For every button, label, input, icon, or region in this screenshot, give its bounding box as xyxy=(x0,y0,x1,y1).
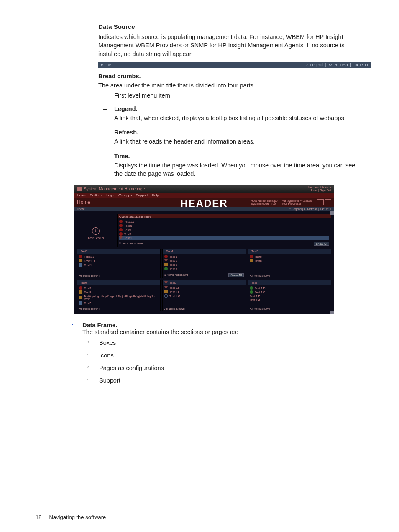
card-header-label: Test4 xyxy=(166,250,173,253)
card-body: Test 1.DTest 1.CTest 1.BTest 1.A xyxy=(248,285,331,306)
menu-item[interactable]: Home xyxy=(77,193,86,197)
item-label: Refresh. xyxy=(114,129,138,136)
data-frame-items: Boxes Icons Pages as configurations Supp… xyxy=(82,339,363,384)
status-item[interactable]: Test8 g/dhg dfh gdf hgjedj fhgjedfh gkdh… xyxy=(79,294,159,301)
x-icon xyxy=(119,232,123,236)
card-footer-text: 3 items not shown xyxy=(164,273,188,277)
divider: | xyxy=(325,63,326,67)
breadcrumbs-intro: The area under the main title that is di… xyxy=(98,81,363,90)
show-all-button[interactable]: Show All xyxy=(228,273,244,277)
user-links[interactable]: Home | Sign Out xyxy=(307,189,331,192)
card-footer-text: All items shown xyxy=(164,307,185,310)
card-body: Test8Test8 xyxy=(248,254,331,273)
menu-item[interactable]: Help xyxy=(152,193,159,197)
card-header[interactable]: Test2 xyxy=(163,280,246,285)
menu-item[interactable]: Webapps xyxy=(118,193,132,197)
status-item[interactable]: Test 8 xyxy=(164,254,244,259)
status-item[interactable]: Test8 xyxy=(250,259,329,263)
list-item: Support xyxy=(82,377,363,384)
status-item[interactable]: Test 1.J xyxy=(119,219,329,224)
card-header-label: Test5 xyxy=(251,250,258,253)
view-icon[interactable] xyxy=(325,199,331,205)
item-desc: Displays the time the page was loaded. W… xyxy=(114,161,363,178)
data-frame-intro: The standard container contains the sect… xyxy=(82,329,363,335)
status-item[interactable]: Test 1.C xyxy=(250,290,329,294)
content-column: Data Source Indicates which source is po… xyxy=(98,23,363,384)
crumb-legend[interactable]: Legend xyxy=(292,208,302,211)
status-item[interactable]: Test8 xyxy=(79,290,159,294)
status-item[interactable]: Test 1.H xyxy=(79,259,159,263)
status-item[interactable]: Test 1.D xyxy=(250,286,329,290)
host-key: Host Name xyxy=(251,199,266,202)
breadcrumb-bar-image: Home ? Legend | ↻ Refresh | 14:17:11 xyxy=(98,62,371,68)
status-item[interactable]: Test 1 xyxy=(164,259,244,262)
status-item-label: Test 1.I xyxy=(84,264,94,267)
tri-icon xyxy=(164,286,168,289)
status-item[interactable]: Test 1.A xyxy=(250,298,329,302)
app-menubar: Home Settings Logs Webapps Support Help xyxy=(74,193,334,198)
status-item-label: Test 1.E xyxy=(169,290,180,293)
card-header[interactable]: Test5 xyxy=(248,249,331,254)
status-card: TestTest 1.DTest 1.CTest 1.BTest 1.AAll … xyxy=(248,280,331,311)
card-body: Test 8Test 1Test 6Test X xyxy=(163,254,246,272)
status-item-label: Test 1 xyxy=(169,259,177,262)
status-item-label: Test 1.F xyxy=(124,236,135,239)
status-item[interactable]: Test 1.E xyxy=(164,290,244,294)
x-icon xyxy=(119,224,123,227)
chk-icon xyxy=(250,290,253,294)
crumb-time: 14:17:11 xyxy=(320,208,331,211)
breadcrumb-legend: Legend xyxy=(310,63,323,67)
status-item[interactable]: Test8 xyxy=(79,286,159,290)
scroll-up-icon[interactable] xyxy=(330,211,334,215)
status-item[interactable]: Test 1.F xyxy=(119,236,329,240)
list-item: Icons xyxy=(82,352,363,359)
breadcrumbs-heading: Bread crumbs. xyxy=(98,73,141,80)
sq-icon xyxy=(79,301,82,305)
x-icon xyxy=(119,228,123,231)
status-item[interactable]: Test8 xyxy=(119,228,329,232)
status-item-label: Test8 g/dhg dfh gdf hgjedj fhgjedfh gkdh… xyxy=(84,295,159,301)
status-item[interactable]: Test 6 xyxy=(164,262,244,267)
card-header[interactable]: Test3 xyxy=(77,249,160,254)
card-footer-text: All items shown xyxy=(79,307,100,310)
list-item: Refresh. A link that reloads the header … xyxy=(98,129,363,146)
status-item[interactable]: Test8 xyxy=(250,254,329,259)
status-item[interactable]: Test 1.I xyxy=(79,263,159,267)
status-item-label: Test8 xyxy=(124,233,131,236)
status-item-label: Test 8 xyxy=(169,255,177,258)
host-val: Tool Processor xyxy=(282,202,301,205)
status-item-label: Test X xyxy=(169,267,177,270)
card-header[interactable]: Test6 xyxy=(77,280,160,285)
card-header[interactable]: Test4 xyxy=(163,249,246,254)
status-item[interactable]: Test X xyxy=(164,267,244,271)
crumb-refresh[interactable]: Refresh xyxy=(307,208,318,211)
status-item[interactable]: Test 8 xyxy=(119,224,329,228)
x-icon xyxy=(250,255,253,258)
legend-icon: ? xyxy=(306,63,308,67)
scrollbar[interactable] xyxy=(330,211,334,314)
card-footer: All items shown xyxy=(248,306,331,311)
status-item[interactable]: Test 1.G xyxy=(164,294,244,298)
card-header[interactable]: Test xyxy=(248,280,331,285)
status-item[interactable]: Test 1.B xyxy=(250,294,329,298)
data-source-heading: Data Source xyxy=(98,23,363,30)
status-item[interactable]: Test 1.J xyxy=(79,254,159,259)
page-number: 18 xyxy=(36,514,41,520)
card-footer: All items shown xyxy=(248,273,331,278)
status-left-panel: i Test Status xyxy=(77,214,115,247)
card-body: Test 1.FTest 1.ETest 1.G xyxy=(163,285,246,306)
show-all-button[interactable]: Show All xyxy=(314,242,329,246)
scroll-down-icon[interactable] xyxy=(330,311,334,314)
list-item: First level menu item xyxy=(98,92,363,99)
status-item[interactable]: Test7 xyxy=(79,301,159,305)
menu-item[interactable]: Support xyxy=(136,193,148,197)
menu-item[interactable]: Logs xyxy=(106,193,113,197)
status-item[interactable]: Test8 xyxy=(119,232,329,236)
data-frame-list: Data Frame. The standard container conta… xyxy=(65,322,363,384)
status-item-label: Test8 xyxy=(255,255,262,258)
status-item[interactable]: Test 1.F xyxy=(164,286,244,290)
view-icon[interactable] xyxy=(317,199,324,205)
menu-item[interactable]: Settings xyxy=(90,193,102,197)
crumb-home[interactable]: Home xyxy=(77,208,85,211)
status-summary-row: i Test Status Overall Status Summary Tes… xyxy=(77,214,331,247)
